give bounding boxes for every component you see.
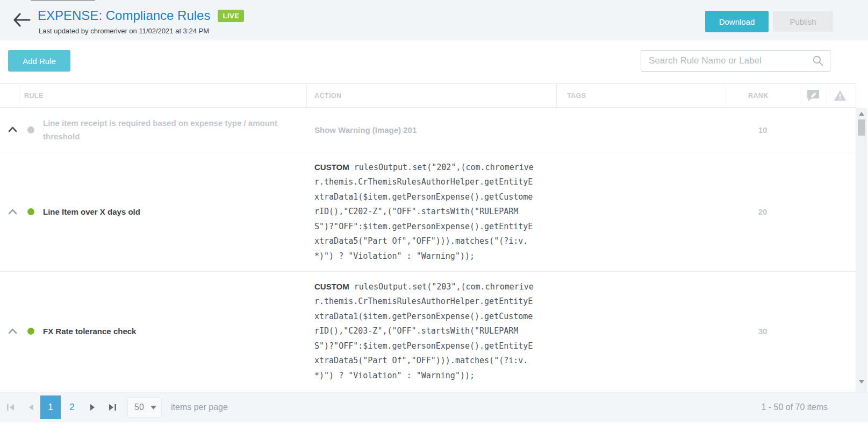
rule-status-indicator	[27, 108, 34, 152]
active-dot-icon	[27, 208, 34, 215]
scrollbar-thumb[interactable]	[858, 119, 865, 136]
custom-keyword: CUSTOM	[314, 282, 349, 291]
rule-rank: 30	[726, 272, 800, 391]
rule-code: rulesOutput.set("203",(com.chromerive r.…	[314, 282, 534, 380]
column-divider	[726, 84, 726, 107]
download-button[interactable]: Download	[705, 11, 769, 32]
live-status-badge: LIVE	[218, 10, 244, 22]
search-input[interactable]	[641, 55, 812, 66]
collapse-chevron-button[interactable]	[6, 152, 18, 271]
warning-triangle-icon	[827, 84, 853, 107]
rule-action: CUSTOM rulesOutput.set("202",(com.chrome…	[314, 152, 551, 271]
arrow-left-icon	[12, 20, 31, 30]
rule-status-indicator	[27, 272, 34, 391]
last-page-button[interactable]	[105, 392, 118, 422]
active-dot-icon	[27, 328, 34, 335]
column-header-tags: TAGS	[567, 84, 586, 107]
column-header-action: ACTION	[314, 84, 341, 107]
previous-page-button[interactable]	[25, 392, 38, 422]
page-button-1[interactable]: 1	[40, 395, 61, 419]
column-header-rank: RANK	[748, 84, 769, 107]
rule-row-3[interactable]: FX Rate tolerance check CUSTOM rulesOutp…	[0, 272, 856, 391]
first-page-button[interactable]	[4, 392, 17, 422]
rule-name[interactable]: Line Item over X days old	[43, 152, 306, 271]
collapse-chevron-button[interactable]	[6, 108, 18, 152]
rule-action: CUSTOM rulesOutput.set("203",(com.chrome…	[314, 272, 551, 391]
rule-row-1[interactable]: Line item receipt is required based on e…	[0, 108, 856, 152]
column-divider	[19, 84, 19, 107]
rule-rank: 20	[726, 152, 800, 271]
comment-edit-icon	[800, 84, 827, 107]
page-size-dropdown[interactable]: 50	[127, 397, 162, 418]
scroll-up-arrow-icon[interactable]	[856, 112, 867, 116]
collapse-chevron-button[interactable]	[6, 272, 18, 391]
chevron-down-icon	[150, 406, 156, 409]
rule-status-indicator	[27, 152, 34, 271]
rule-name[interactable]: Line item receipt is required based on e…	[43, 108, 306, 152]
chevron-up-icon	[8, 327, 17, 336]
rule-name[interactable]: FX Rate tolerance check	[43, 272, 306, 391]
items-per-page-label: items per page	[171, 392, 228, 422]
publish-button: Publish	[773, 11, 833, 32]
inactive-dot-icon	[27, 126, 34, 133]
page-button-2[interactable]: 2	[63, 395, 81, 419]
pagination-bar: 1 2 50 items per page 1 - 50 of 70 items	[0, 392, 868, 422]
column-divider	[306, 84, 307, 107]
window-edge-artifact	[31, 0, 95, 1]
column-divider	[556, 84, 557, 107]
rules-list: Line item receipt is required based on e…	[0, 108, 856, 392]
custom-keyword: CUSTOM	[314, 162, 349, 172]
title-row: EXPENSE: Compliance Rules LIVE	[38, 8, 244, 23]
table-header: RULE ACTION TAGS RANK	[0, 83, 856, 108]
items-range-label: 1 - 50 of 70 items	[761, 392, 828, 422]
rule-action: Show Warning (Image) 201	[314, 108, 551, 152]
back-button[interactable]	[12, 12, 31, 28]
add-rule-button[interactable]: Add Rule	[8, 50, 70, 72]
page-size-value: 50	[128, 402, 150, 412]
search-box	[641, 50, 830, 72]
rule-rank: 10	[726, 108, 800, 152]
compliance-rules-page: EXPENSE: Compliance Rules LIVE Last upda…	[0, 0, 868, 424]
search-icon[interactable]	[812, 55, 824, 67]
last-updated-text: Last updated by chromeriver on 11/02/202…	[39, 27, 209, 35]
rule-code: rulesOutput.set("202",(com.chromerive r.…	[314, 162, 534, 261]
next-page-button[interactable]	[86, 392, 99, 422]
scroll-down-arrow-icon[interactable]	[856, 380, 867, 384]
column-header-rule: RULE	[24, 84, 44, 107]
chevron-up-icon	[8, 125, 17, 135]
vertical-scrollbar[interactable]	[856, 108, 867, 392]
chevron-up-icon	[8, 207, 17, 217]
page-title: EXPENSE: Compliance Rules	[38, 8, 210, 23]
top-header-bar: EXPENSE: Compliance Rules LIVE Last upda…	[0, 0, 868, 40]
rule-row-2[interactable]: Line Item over X days old CUSTOM rulesOu…	[0, 152, 856, 272]
